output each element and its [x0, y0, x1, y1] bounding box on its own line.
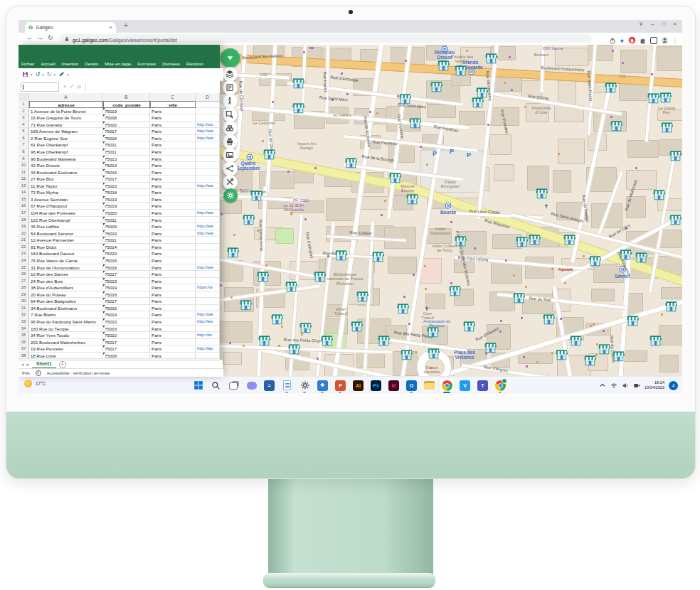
- store-marker[interactable]: [529, 234, 541, 245]
- link-cell[interactable]: http://ww: [196, 128, 220, 135]
- save-icon[interactable]: [22, 71, 28, 77]
- ribbon-tab-insertion[interactable]: Insertion: [62, 61, 79, 66]
- link-cell[interactable]: [196, 339, 220, 346]
- pen-icon[interactable]: [58, 71, 65, 77]
- row-number[interactable]: 31: [18, 305, 29, 312]
- postal-code-cell[interactable]: 75011: [103, 149, 150, 156]
- address-cell[interactable]: 34 Boulevard Exelmans: [29, 305, 103, 312]
- address-cell[interactable]: 61 Rue Oberkampf: [29, 141, 103, 149]
- browser-tab[interactable]: G Galigeo ×: [25, 22, 116, 33]
- store-marker[interactable]: [299, 322, 312, 333]
- store-marker[interactable]: [635, 252, 647, 263]
- store-marker[interactable]: [397, 303, 409, 314]
- city-cell[interactable]: Paris: [150, 318, 196, 326]
- link-cell[interactable]: [196, 141, 220, 149]
- store-marker[interactable]: [428, 348, 440, 359]
- name-box[interactable]: [21, 82, 59, 92]
- store-marker[interactable]: [570, 335, 582, 346]
- address-cell[interactable]: 121 Rue Oberkampf: [29, 217, 103, 224]
- postal-code-cell[interactable]: 75006: [103, 353, 150, 360]
- store-marker[interactable]: [612, 350, 625, 362]
- sheet-next-icon[interactable]: ▸: [27, 362, 30, 368]
- link-cell[interactable]: http://ww: [196, 183, 220, 190]
- address-cell[interactable]: 81 Rue Didot: [29, 244, 103, 251]
- maximize-button[interactable]: □: [662, 21, 665, 27]
- city-cell[interactable]: Paris: [150, 162, 196, 169]
- store-marker[interactable]: [543, 313, 555, 325]
- minimize-button[interactable]: –: [651, 21, 654, 27]
- address-cell[interactable]: 164 Boulevard Davout: [29, 250, 103, 257]
- link-cell[interactable]: [196, 169, 220, 176]
- settings-button[interactable]: [223, 188, 238, 203]
- tray-chevron-icon[interactable]: [599, 379, 606, 392]
- store-marker[interactable]: [372, 251, 384, 262]
- row-number[interactable]: 27: [18, 278, 29, 285]
- city-cell[interactable]: Paris: [150, 128, 196, 135]
- store-marker[interactable]: [455, 65, 467, 76]
- tab-search-icon[interactable]: ∨: [639, 21, 643, 27]
- city-cell[interactable]: Paris: [150, 223, 196, 230]
- column-header-B[interactable]: B: [103, 93, 150, 101]
- link-cell[interactable]: [196, 162, 220, 169]
- store-marker[interactable]: [351, 321, 363, 332]
- row-number[interactable]: 37: [18, 345, 29, 353]
- notification-badge[interactable]: 4: [669, 381, 678, 390]
- city-cell[interactable]: Paris: [150, 203, 196, 210]
- store-marker[interactable]: [665, 301, 677, 312]
- cell[interactable]: [196, 101, 220, 108]
- store-marker[interactable]: [285, 281, 297, 292]
- postal-code-cell[interactable]: 75017: [103, 345, 150, 353]
- city-cell[interactable]: Paris: [150, 189, 196, 196]
- column-header-A[interactable]: A: [29, 93, 103, 101]
- tab-close-icon[interactable]: ×: [109, 24, 112, 31]
- store-marker[interactable]: [401, 349, 413, 360]
- tools-button[interactable]: [223, 175, 238, 190]
- store-marker[interactable]: [257, 271, 269, 282]
- store-marker[interactable]: [356, 291, 368, 302]
- address-cell[interactable]: 72 Rue Myrha: [29, 189, 103, 196]
- address-cell[interactable]: 20 Rue du Poteau: [29, 291, 103, 299]
- reload-button[interactable]: ↻: [48, 34, 53, 41]
- store-marker[interactable]: [463, 321, 475, 332]
- address-cell[interactable]: 34 Rue Yves Toudic: [29, 332, 103, 339]
- store-marker[interactable]: [406, 193, 418, 205]
- row-number[interactable]: 35: [18, 332, 29, 339]
- address-cell[interactable]: 76 Rue Vasco de Gama: [29, 257, 103, 264]
- store-marker[interactable]: [536, 188, 548, 199]
- row-number[interactable]: 7: [18, 141, 29, 149]
- address-cell[interactable]: 11 Rue Taylor: [29, 183, 103, 190]
- ribbon-tab-révision[interactable]: Révision: [186, 61, 203, 66]
- taskbar-paint-tool[interactable]: ✚: [315, 378, 330, 392]
- enter-icon[interactable]: ✓: [70, 84, 74, 90]
- store-marker[interactable]: [321, 335, 333, 346]
- row-number[interactable]: 28: [18, 284, 29, 291]
- row-number[interactable]: 29: [18, 291, 29, 299]
- link-cell[interactable]: [196, 271, 220, 278]
- city-cell[interactable]: Paris: [150, 291, 196, 299]
- volume-icon[interactable]: [622, 379, 629, 392]
- search-binoculars-button[interactable]: [223, 121, 238, 136]
- link-cell[interactable]: http://ww: [196, 264, 220, 272]
- postal-code-cell[interactable]: 75017: [103, 271, 150, 278]
- close-button[interactable]: ×: [673, 21, 677, 27]
- address-cell[interactable]: 2 Rue Eugène Sue: [29, 135, 103, 142]
- address-cell[interactable]: 38 Rue d'Aubervilliers: [29, 284, 103, 291]
- ribbon-tab-accueil[interactable]: Accueil: [41, 61, 55, 66]
- city-cell[interactable]: Paris: [150, 264, 196, 272]
- row-number[interactable]: 3: [18, 114, 29, 122]
- link-cell[interactable]: [196, 353, 220, 360]
- address-cell[interactable]: 54 Boulevard Sérurier: [29, 230, 103, 237]
- postal-code-cell[interactable]: 75010: [103, 183, 150, 190]
- address-cell[interactable]: 19 Rue Poncelet: [29, 345, 103, 353]
- postal-code-cell[interactable]: 75020: [103, 210, 150, 217]
- row-number[interactable]: 4: [18, 122, 29, 129]
- store-marker[interactable]: [563, 234, 576, 245]
- wifi-icon[interactable]: [610, 379, 617, 392]
- postal-code-cell[interactable]: 75019: [103, 196, 150, 203]
- link-cell[interactable]: [196, 305, 220, 312]
- ribbon-tab-dessin[interactable]: Dessin: [85, 61, 98, 66]
- city-cell[interactable]: Paris: [150, 210, 196, 217]
- ribbon-tab-mise-en-page[interactable]: Mise en page: [105, 61, 131, 66]
- address-cell[interactable]: 183 Rue du Temple: [29, 326, 103, 333]
- row-number[interactable]: 36: [18, 339, 29, 346]
